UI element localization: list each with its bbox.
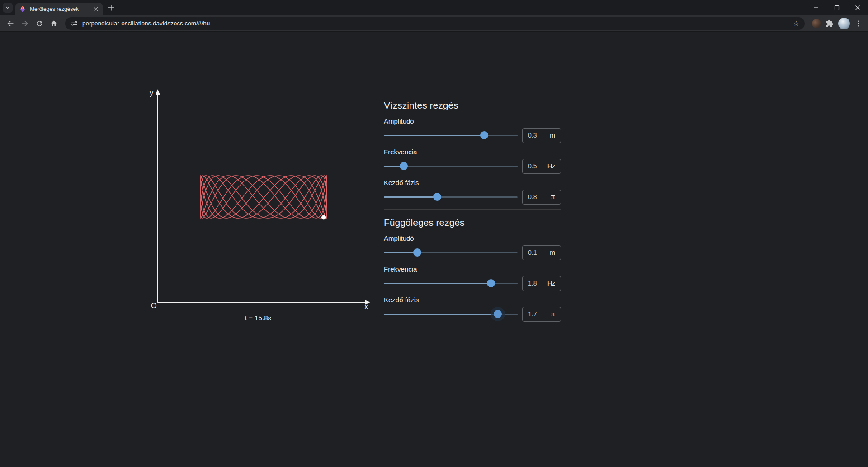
value-text: 0.3	[528, 132, 537, 139]
amplitude-x-slider[interactable]	[384, 128, 518, 143]
unit-text: Hz	[547, 162, 555, 170]
forward-icon	[20, 19, 29, 28]
extension-icon[interactable]	[812, 19, 821, 28]
minimize-icon	[813, 5, 819, 10]
oscillating-point	[321, 215, 326, 220]
y-axis-arrowhead	[156, 89, 160, 95]
unit-text: Hz	[547, 280, 555, 287]
amplitude-y-value-field[interactable]: 0.1 m	[522, 245, 561, 260]
time-label: t = 15.8s	[213, 314, 303, 322]
unit-text: π	[551, 310, 555, 318]
control-row: 1.8 Hz	[384, 276, 561, 291]
browser-tab[interactable]: Merőleges rezgések	[15, 3, 103, 15]
control-phase-x: Kezdő fázis 0.8 π	[384, 178, 561, 205]
chevron-down-icon	[5, 5, 10, 10]
slider-label: Amplitudó	[384, 117, 561, 126]
favicon	[19, 5, 26, 13]
slider-thumb[interactable]	[433, 193, 441, 201]
slider-label: Kezdő fázis	[384, 295, 561, 305]
slider-fill	[384, 252, 417, 253]
site-settings-tune-icon[interactable]	[71, 19, 78, 27]
control-frequency-x: Frekvencia 0.5 Hz	[384, 148, 561, 174]
slider-thumb-active[interactable]	[494, 310, 502, 318]
control-row: 0.5 Hz	[384, 158, 561, 174]
slider-fill	[384, 196, 437, 198]
control-frequency-y: Frekvencia 1.8 Hz	[384, 265, 561, 291]
control-phase-y: Kezdő fázis 1.7 π	[384, 295, 561, 322]
page-content: y x O t = 15.8s Vízszintes rezgés Amplit…	[0, 32, 868, 467]
section-title-horizontal: Vízszintes rezgés	[384, 100, 561, 111]
value-text: 0.1	[528, 249, 537, 256]
url-text[interactable]: perpendicular-oscillations.davidszocs.co…	[82, 20, 789, 27]
value-text: 0.8	[528, 193, 537, 200]
control-row: 0.8 π	[384, 189, 561, 205]
control-amplitude-y: Amplitudó 0.1 m	[384, 234, 561, 260]
restore-icon	[834, 5, 840, 10]
minimize-button[interactable]	[806, 0, 826, 15]
slider-thumb[interactable]	[487, 279, 495, 287]
slider-label: Frekvencia	[384, 148, 561, 157]
slider-thumb[interactable]	[400, 162, 408, 170]
phase-x-value-field[interactable]: 0.8 π	[522, 190, 561, 205]
restore-button[interactable]	[826, 0, 847, 15]
close-icon	[855, 5, 860, 10]
back-button[interactable]	[4, 17, 17, 30]
unit-text: m	[550, 249, 555, 256]
browser-window: Merőleges rezgések	[0, 0, 868, 467]
tab-close-icon[interactable]	[92, 5, 99, 13]
tab-strip: Merőleges rezgések	[0, 0, 868, 15]
control-row: 1.7 π	[384, 306, 561, 322]
reload-icon	[35, 19, 43, 28]
unit-text: m	[550, 132, 555, 139]
origin-label: O	[151, 302, 156, 310]
browser-toolbar: perpendicular-oscillations.davidszocs.co…	[0, 15, 868, 32]
kebab-menu-icon[interactable]	[854, 19, 863, 28]
home-icon	[50, 19, 58, 28]
control-amplitude-x: Amplitudó 0.3 m	[384, 117, 561, 143]
slider-thumb[interactable]	[480, 131, 488, 139]
slider-label: Frekvencia	[384, 265, 561, 274]
home-button[interactable]	[47, 17, 61, 30]
close-window-button[interactable]	[847, 0, 868, 15]
frequency-y-value-field[interactable]: 1.8 Hz	[522, 276, 561, 291]
new-tab-button[interactable]	[105, 1, 118, 14]
window-controls	[806, 0, 868, 15]
control-row: 0.3 m	[384, 128, 561, 143]
amplitude-y-slider[interactable]	[384, 245, 518, 260]
phase-y-value-field[interactable]: 1.7 π	[522, 307, 561, 322]
oscillation-plot	[0, 32, 389, 348]
controls-panel: Vízszintes rezgés Amplitudó 0.3 m Fr	[384, 100, 561, 326]
reload-button[interactable]	[33, 17, 46, 30]
section-divider	[384, 209, 561, 210]
toolbar-right-group	[812, 18, 863, 29]
address-bar[interactable]: perpendicular-oscillations.davidszocs.co…	[65, 17, 805, 30]
control-row: 0.1 m	[384, 245, 561, 260]
x-axis-label: x	[364, 303, 368, 311]
bookmark-star-icon[interactable]: ☆	[793, 20, 799, 27]
back-icon	[6, 19, 15, 28]
slider-fill	[384, 135, 484, 136]
slider-fill	[384, 283, 491, 284]
slider-label: Amplitudó	[384, 234, 561, 243]
slider-fill	[384, 314, 498, 315]
extensions-puzzle-icon[interactable]	[826, 19, 834, 28]
forward-button[interactable]	[18, 17, 32, 30]
slider-label: Kezdő fázis	[384, 178, 561, 187]
section-title-vertical: Függőleges rezgés	[384, 217, 561, 229]
lissajous-curve	[200, 176, 327, 218]
tab-search-button[interactable]	[3, 3, 13, 13]
phase-x-slider[interactable]	[384, 189, 518, 205]
amplitude-x-value-field[interactable]: 0.3 m	[522, 128, 561, 143]
phase-y-slider[interactable]	[384, 306, 518, 322]
unit-text: π	[551, 193, 555, 200]
profile-avatar[interactable]	[838, 18, 850, 29]
value-text: 1.8	[528, 280, 537, 287]
frequency-y-slider[interactable]	[384, 276, 518, 291]
frequency-x-slider[interactable]	[384, 158, 518, 174]
plus-icon	[108, 5, 114, 11]
value-text: 0.5	[528, 162, 537, 170]
slider-thumb[interactable]	[413, 248, 421, 257]
tab-title: Merőleges rezgések	[30, 6, 89, 12]
frequency-x-value-field[interactable]: 0.5 Hz	[522, 159, 561, 174]
y-axis-label: y	[150, 89, 153, 97]
